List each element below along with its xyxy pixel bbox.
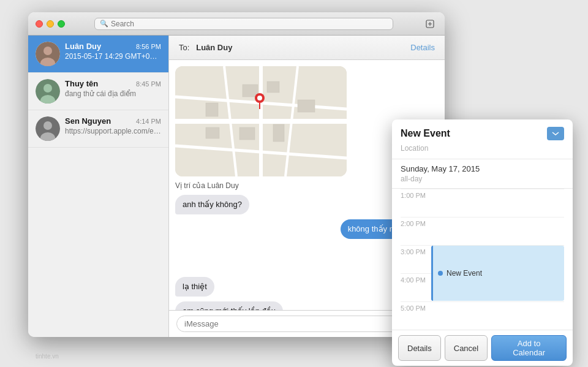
cal-date: Sunday, May 17, 2015 bbox=[401, 164, 564, 173]
time-area-5pm bbox=[431, 302, 564, 330]
time-label-4pm: 4:00 PM bbox=[401, 274, 431, 284]
cal-cancel-button[interactable]: Cancel bbox=[445, 335, 488, 361]
map-label: Vị trí của Luân Duy bbox=[175, 181, 239, 190]
cal-color-button[interactable] bbox=[547, 127, 564, 140]
message-input[interactable] bbox=[176, 316, 402, 332]
time-area-1pm bbox=[431, 189, 564, 217]
svg-rect-17 bbox=[243, 85, 258, 97]
conv-time-thuuten: 8:45 PM bbox=[136, 80, 161, 88]
svg-rect-21 bbox=[239, 127, 255, 140]
time-label-1pm: 1:00 PM bbox=[401, 189, 431, 199]
time-area-4pm bbox=[431, 274, 564, 301]
cal-details-button[interactable]: Details bbox=[398, 335, 441, 361]
search-input[interactable] bbox=[111, 20, 388, 28]
minimize-button[interactable] bbox=[47, 20, 54, 28]
cal-title: New Event bbox=[401, 128, 450, 139]
svg-rect-18 bbox=[267, 81, 279, 93]
traffic-lights bbox=[36, 20, 65, 28]
svg-point-25 bbox=[257, 96, 262, 100]
watermark: tinhte.vn bbox=[36, 353, 59, 360]
bubble-received-3: em cũng mới thấy lần đầu bbox=[175, 301, 283, 310]
time-label-2pm: 2:00 PM bbox=[401, 218, 431, 227]
calendar-popup: New Event Location Sunday, May 17, 2015 … bbox=[392, 119, 573, 366]
time-row-2pm: 2:00 PM bbox=[401, 217, 564, 245]
messages-window: 🔍 Luân Duy 8:56 PM bbox=[28, 12, 445, 337]
svg-point-5 bbox=[43, 84, 52, 93]
conv-name-sennguyen: Sen Nguyen bbox=[65, 116, 111, 126]
chat-to: To: Luân Duy bbox=[179, 43, 232, 52]
time-label-3pm: 3:00 PM bbox=[401, 246, 431, 255]
compose-button[interactable] bbox=[423, 17, 437, 31]
chat-details-button[interactable]: Details bbox=[410, 43, 435, 52]
conv-preview-luanduy: 2015-05-17 14:29 GMT+07:00 bbox=[65, 52, 161, 61]
conv-preview-thuuten: đang thử cái địa điểm bbox=[65, 89, 161, 98]
svg-rect-22 bbox=[206, 127, 219, 138]
search-bar[interactable]: 🔍 bbox=[94, 18, 393, 30]
svg-rect-23 bbox=[298, 100, 315, 112]
time-label-5pm: 5:00 PM bbox=[401, 302, 431, 312]
avatar-luanduy bbox=[36, 42, 60, 66]
cal-allday: all-day bbox=[401, 175, 564, 183]
search-icon: 🔍 bbox=[100, 20, 108, 28]
cal-location[interactable]: Location bbox=[401, 143, 564, 154]
map-bubble[interactable] bbox=[175, 66, 347, 176]
title-bar: 🔍 bbox=[28, 12, 445, 36]
conv-time-luanduy: 8:56 PM bbox=[136, 43, 161, 50]
conv-name-thuuten: Thuy tên bbox=[65, 79, 98, 88]
time-row-5pm: 5:00 PM bbox=[401, 301, 564, 330]
chat-header: To: Luân Duy Details bbox=[169, 36, 445, 60]
time-row-1pm: 1:00 PM bbox=[401, 189, 564, 217]
conv-name-luanduy: Luân Duy bbox=[65, 42, 101, 51]
bubble-received-2: lạ thiệt bbox=[175, 277, 214, 297]
conversation-item-thuuten[interactable]: Thuy tên 8:45 PM đang thử cái địa điểm bbox=[28, 73, 168, 110]
conv-preview-sennguyen: https://support.apple.com/en-us/HT204352 bbox=[65, 127, 161, 135]
window-body: Luân Duy 8:56 PM 2015-05-17 14:29 GMT+07… bbox=[28, 36, 445, 337]
sidebar: Luân Duy 8:56 PM 2015-05-17 14:29 GMT+07… bbox=[28, 36, 169, 337]
time-row-4pm: 4:00 PM bbox=[401, 273, 564, 301]
cal-add-button[interactable]: Add to Calendar bbox=[491, 335, 567, 361]
cal-header: New Event Location bbox=[392, 119, 573, 159]
svg-rect-19 bbox=[206, 103, 218, 116]
conv-info-luanduy: Luân Duy 8:56 PM 2015-05-17 14:29 GMT+07… bbox=[65, 42, 161, 61]
avatar-thuuten bbox=[36, 79, 60, 104]
conversation-item-sennguyen[interactable]: Sen Nguyen 4:14 PM https://support.apple… bbox=[28, 110, 168, 148]
conv-info-sennguyen: Sen Nguyen 4:14 PM https://support.apple… bbox=[65, 116, 161, 135]
conv-time-sennguyen: 4:14 PM bbox=[136, 118, 161, 125]
svg-point-8 bbox=[43, 121, 52, 130]
cal-footer: Details Cancel Add to Calendar bbox=[392, 330, 573, 366]
time-row-3pm: 3:00 PM New Event bbox=[401, 245, 564, 273]
time-area-3pm: New Event bbox=[431, 246, 564, 273]
svg-rect-20 bbox=[273, 124, 284, 142]
bubble-received-1: anh thấy không? bbox=[175, 195, 249, 214]
conversation-item-luanduy[interactable]: Luân Duy 8:56 PM 2015-05-17 14:29 GMT+07… bbox=[28, 36, 168, 73]
svg-point-2 bbox=[43, 47, 52, 55]
cal-date-section: Sunday, May 17, 2015 all-day bbox=[392, 159, 573, 189]
time-area-2pm bbox=[431, 218, 564, 245]
conv-info-thuuten: Thuy tên 8:45 PM đang thử cái địa điểm bbox=[65, 79, 161, 98]
cal-timeline: 1:00 PM 2:00 PM 3:00 PM New Event 4:00 P… bbox=[392, 189, 573, 330]
maximize-button[interactable] bbox=[58, 20, 65, 28]
close-button[interactable] bbox=[36, 20, 43, 28]
avatar-sennguyen bbox=[36, 116, 60, 141]
